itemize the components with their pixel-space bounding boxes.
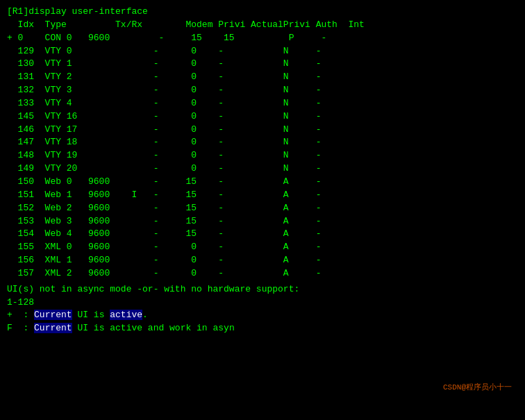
footer-line2: 1-128 bbox=[7, 296, 518, 310]
footer-section: UI(s) not in async mode -or- with no har… bbox=[7, 283, 518, 335]
table-row: 157 XML 2 9600 - 0 - A - bbox=[7, 267, 518, 280]
table-row: 131 VTY 2 - 0 - N - bbox=[7, 71, 518, 84]
legend1-rest: UI is bbox=[72, 310, 110, 320]
table-row: 148 VTY 19 - 0 - N - bbox=[7, 149, 518, 162]
table-row: 130 VTY 1 - 0 - N - bbox=[7, 58, 518, 71]
legend1-active: active bbox=[110, 310, 142, 320]
table-row: 154 Web 4 9600 - 15 - A - bbox=[7, 228, 518, 241]
table-row: 151 Web 1 9600 I - 15 - A - bbox=[7, 189, 518, 202]
legend1-current: Current bbox=[34, 310, 72, 320]
legend1-colon: : bbox=[12, 310, 34, 320]
table-row: 152 Web 2 9600 - 15 - A - bbox=[7, 202, 518, 215]
table-row: 147 VTY 18 - 0 - N - bbox=[7, 136, 518, 149]
terminal-window: [R1]display user-interface Idx Type Tx/R… bbox=[7, 6, 518, 414]
table-body: + 0 CON 0 9600 - 15 15 P - 129 VTY 0 - 0… bbox=[7, 32, 518, 280]
table-row: 129 VTY 0 - 0 - N - bbox=[7, 45, 518, 58]
table-row: 133 VTY 4 - 0 - N - bbox=[7, 97, 518, 110]
table-row: 145 VTY 16 - 0 - N - bbox=[7, 110, 518, 124]
legend2-plus: F bbox=[7, 323, 12, 333]
table-row: 156 XML 1 9600 - 0 - A - bbox=[7, 254, 518, 267]
table-row: 150 Web 0 9600 - 15 - A - bbox=[7, 176, 518, 189]
legend2-rest: UI is active and work in asyn bbox=[72, 323, 235, 333]
footer-line1: UI(s) not in async mode -or- with no har… bbox=[7, 283, 518, 296]
legend2-line: F : Current UI is active and work in asy… bbox=[7, 322, 518, 335]
table-row: 132 VTY 3 - 0 - N - bbox=[7, 84, 518, 97]
table-row: 149 VTY 20 - 0 - N - bbox=[7, 162, 518, 176]
legend2-current: Current bbox=[34, 323, 72, 333]
table-row: 155 XML 0 9600 - 0 - A - bbox=[7, 241, 518, 254]
watermark: CSDN@程序员小十一 bbox=[440, 380, 515, 394]
legend2-colon: : bbox=[12, 323, 34, 333]
legend1-end: . bbox=[142, 310, 148, 320]
table-row: + 0 CON 0 9600 - 15 15 P - bbox=[7, 32, 518, 45]
column-header: Idx Type Tx/Rx Modem Privi ActualPrivi A… bbox=[7, 19, 518, 32]
table-row: 153 Web 3 9600 - 15 - A - bbox=[7, 215, 518, 228]
table-row: 146 VTY 17 - 0 - N - bbox=[7, 124, 518, 137]
legend1-line: + : Current UI is active. bbox=[7, 309, 518, 322]
title-line: [R1]display user-interface bbox=[7, 6, 518, 19]
legend1-plus: + bbox=[7, 310, 12, 320]
